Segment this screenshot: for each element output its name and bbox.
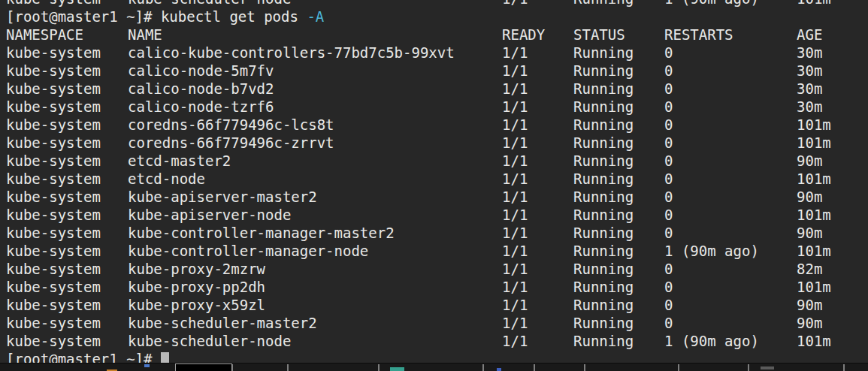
cell-namespace: kube-system — [6, 188, 128, 206]
cell-restarts: 1 (90m ago) — [664, 242, 797, 260]
cell-age: 101m — [797, 116, 868, 134]
cell-age: 101m — [797, 134, 868, 152]
header-namespace: NAMESPACE — [6, 26, 128, 44]
cell-ready: 1/1 — [502, 332, 573, 350]
active-window-thumbnail[interactable] — [175, 363, 232, 371]
cell-name: kube-proxy-x59zl — [128, 296, 502, 314]
cell-age: 101m — [797, 170, 868, 188]
blue-icon-fragment[interactable] — [497, 368, 501, 371]
cell-name: kube-apiserver-master2 — [128, 188, 502, 206]
cell-namespace: kube-system — [6, 80, 128, 98]
taskbar-divider — [584, 364, 585, 371]
cell-ready: 1/1 — [502, 0, 573, 8]
table-row: kube-system kube-controller-manager-node… — [0, 242, 868, 260]
header-age: AGE — [797, 26, 868, 44]
taskbar-divider — [534, 364, 535, 371]
cell-namespace: kube-system — [6, 206, 128, 224]
taskbar-divider — [748, 364, 749, 371]
cell-namespace: kube-system — [6, 170, 128, 188]
cell-namespace: kube-system — [6, 296, 128, 314]
taskbar-divider — [482, 364, 484, 371]
cell-restarts: 1 (90m ago) — [664, 0, 797, 8]
header-name: NAME — [128, 26, 502, 44]
cell-ready: 1/1 — [502, 170, 573, 188]
taskbar[interactable] — [0, 363, 868, 371]
taskbar-divider — [378, 364, 380, 371]
cell-status: Running — [573, 224, 664, 242]
cell-age: 30m — [797, 80, 868, 98]
table-row: kube-system calico-node-b7vd2 1/1 Runnin… — [0, 80, 868, 98]
cell-restarts: 0 — [664, 80, 797, 98]
cell-status: Running — [573, 242, 664, 260]
header-restarts: RESTARTS — [664, 26, 797, 44]
cell-restarts: 0 — [664, 260, 797, 278]
cell-ready: 1/1 — [502, 44, 573, 62]
app-icon-fragment[interactable] — [144, 364, 150, 367]
table-row: kube-system kube-proxy-2mzrw 1/1 Running… — [0, 260, 868, 278]
cell-namespace: kube-system — [6, 44, 128, 62]
table-row: kube-system kube-scheduler-node 1/1 Runn… — [0, 332, 868, 350]
cell-ready: 1/1 — [502, 314, 573, 332]
cell-namespace: kube-system — [6, 134, 128, 152]
cell-ready: 1/1 — [502, 278, 573, 296]
cell-status: Running — [573, 314, 664, 332]
cell-status: Running — [573, 134, 664, 152]
cell-name: kube-apiserver-node — [128, 206, 502, 224]
header-status: STATUS — [573, 26, 664, 44]
cell-name: coredns-66f779496c-zrrvt — [128, 134, 502, 152]
gray-icon-fragment[interactable] — [761, 366, 774, 369]
cell-restarts: 0 — [664, 44, 797, 62]
cell-namespace: kube-system — [6, 260, 128, 278]
cell-name: kube-scheduler-node — [128, 0, 502, 8]
cell-ready: 1/1 — [502, 206, 573, 224]
cell-restarts: 0 — [664, 296, 797, 314]
table-row: kube-system kube-apiserver-node 1/1 Runn… — [0, 206, 868, 224]
cell-ready: 1/1 — [502, 116, 573, 134]
table-row: kube-system kube-proxy-x59zl 1/1 Running… — [0, 296, 868, 314]
cell-name: kube-proxy-pp2dh — [128, 278, 502, 296]
taskbar-divider — [843, 364, 845, 371]
cell-ready: 1/1 — [502, 242, 573, 260]
cell-restarts: 0 — [664, 98, 797, 116]
table-body: kube-system calico-kube-controllers-77bd… — [0, 44, 868, 350]
cell-age: 101m — [797, 278, 868, 296]
cell-age: 90m — [797, 152, 868, 170]
terminal-window[interactable]: kube-system kube-scheduler-node 1/1 Runn… — [0, 0, 868, 363]
header-ready: READY — [502, 26, 573, 44]
cell-restarts: 0 — [664, 134, 797, 152]
cell-name: kube-controller-manager-master2 — [128, 224, 502, 242]
cell-ready: 1/1 — [502, 152, 573, 170]
teal-icon-fragment[interactable] — [390, 367, 404, 371]
table-row: kube-system kube-controller-manager-mast… — [0, 224, 868, 242]
cell-ready: 1/1 — [502, 62, 573, 80]
cell-status: Running — [573, 44, 664, 62]
cell-namespace: kube-system — [6, 332, 128, 350]
cell-restarts: 0 — [664, 152, 797, 170]
cell-restarts: 0 — [664, 278, 797, 296]
cell-status: Running — [573, 332, 664, 350]
taskbar-divider — [678, 364, 679, 371]
cell-age: 90m — [797, 314, 868, 332]
cell-namespace: kube-system — [6, 98, 128, 116]
cell-status: Running — [573, 170, 664, 188]
cell-name: kube-controller-manager-node — [128, 242, 502, 260]
cell-status: Running — [573, 152, 664, 170]
cell-status: Running — [573, 278, 664, 296]
table-row: kube-system coredns-66f779496c-zrrvt 1/1… — [0, 134, 868, 152]
cell-status: Running — [573, 116, 664, 134]
cell-ready: 1/1 — [502, 80, 573, 98]
terminal-output: kube-system kube-scheduler-node 1/1 Runn… — [0, 0, 868, 363]
terminal-cursor[interactable] — [161, 352, 169, 363]
taskbar-divider — [287, 364, 289, 371]
cell-ready: 1/1 — [502, 260, 573, 278]
cell-status: Running — [573, 260, 664, 278]
cell-name: kube-proxy-2mzrw — [128, 260, 502, 278]
cell-restarts: 0 — [664, 188, 797, 206]
prompt-line[interactable]: [root@master1 ~]# — [0, 350, 868, 363]
cell-age: 30m — [797, 98, 868, 116]
cell-ready: 1/1 — [502, 98, 573, 116]
cell-namespace: kube-system — [6, 152, 128, 170]
cell-age: 30m — [797, 44, 868, 62]
cell-age: 90m — [797, 188, 868, 206]
cell-restarts: 0 — [664, 206, 797, 224]
